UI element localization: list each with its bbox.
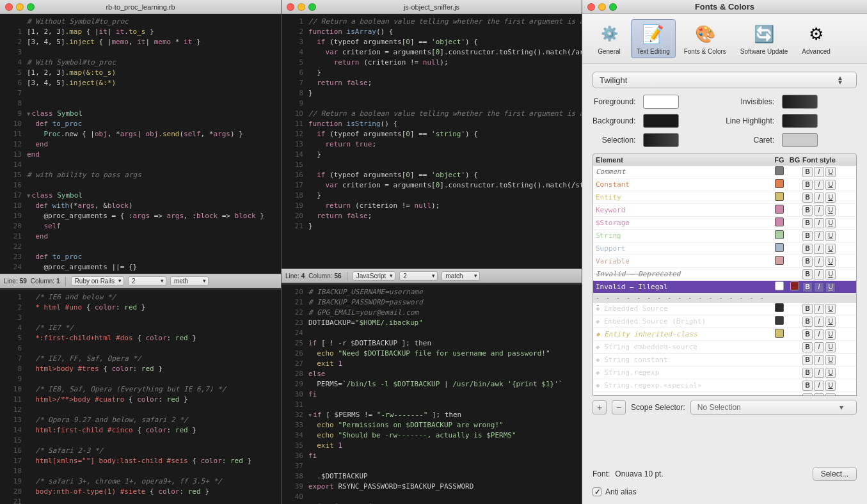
bold-btn-ii[interactable]: B [802, 282, 813, 292]
bold-btn-srs[interactable]: B [802, 381, 813, 391]
elem-bg-invalid-ill[interactable] [787, 281, 802, 292]
italic-btn-sr[interactable]: I [814, 368, 824, 378]
bold-btn-ei[interactable]: B [802, 329, 813, 340]
js-code-area[interactable]: 1// Return a boolean value telling wheth… [282, 14, 582, 269]
shell-code-area[interactable]: 20# IBACKUP_USERNAME=username 21# IBACKU… [282, 285, 582, 504]
bold-btn-id[interactable]: B [802, 269, 813, 280]
fc-close-btn[interactable] [587, 3, 595, 11]
underline-btn-c[interactable]: U [825, 180, 836, 190]
elem-row-str-emb-src[interactable]: ◆ String embedded-source B I U [593, 341, 856, 354]
bold-btn-sr[interactable]: B [802, 368, 813, 378]
italic-btn-sc[interactable]: I [814, 355, 824, 365]
advanced-tool-btn[interactable]: ⚙ Advanced [796, 19, 836, 58]
italic-btn-esb[interactable]: I [814, 317, 824, 327]
fc-minimize-btn[interactable] [598, 3, 606, 11]
underline-btn-sr[interactable]: U [825, 368, 836, 378]
elem-row-storage[interactable]: $Storage B I U [593, 217, 856, 230]
elem-fg-emb-src[interactable] [772, 303, 787, 314]
elem-fg-keyword[interactable] [772, 205, 787, 216]
elem-row-constant[interactable]: Constant B I U [593, 178, 856, 191]
elem-fg-storage[interactable] [772, 217, 787, 228]
theme-dropdown[interactable]: Twilight ▲▼ [593, 72, 857, 88]
bold-btn-s[interactable]: B [802, 218, 813, 228]
bold-btn-sup[interactable]: B [802, 244, 813, 254]
fonts-colors-tool-btn[interactable]: 🎨 Fonts & Colors [678, 19, 732, 58]
italic-btn-ii[interactable]: I [814, 282, 824, 292]
elem-row-keyword[interactable]: Keyword B I U [593, 204, 856, 217]
bold-btn-esb[interactable]: B [802, 317, 813, 327]
italic-btn-ei[interactable]: I [814, 329, 824, 340]
elem-row-entity[interactable]: Entity B I U [593, 191, 856, 204]
italic-btn-c[interactable]: I [814, 180, 824, 190]
line-highlight-swatch[interactable] [782, 114, 818, 128]
underline-btn-sc[interactable]: U [825, 355, 836, 365]
elem-fg-entity[interactable] [772, 192, 787, 203]
elem-row-invalid-deprecated[interactable]: Invalid – Deprecated B I U [593, 268, 856, 281]
software-update-tool-btn[interactable]: 🔄 Software Update [735, 19, 794, 58]
remove-element-btn[interactable]: − [612, 400, 626, 414]
elem-fg-support[interactable] [772, 243, 787, 254]
italic-btn-str[interactable]: I [814, 231, 824, 241]
italic-btn-sup[interactable]: I [814, 244, 824, 254]
text-editing-tool-btn[interactable]: 📝 Text Editing [631, 19, 676, 58]
underline-btn-id[interactable]: U [825, 269, 836, 280]
bold-btn-se[interactable]: B [802, 342, 813, 352]
elem-fg-string[interactable] [772, 230, 787, 241]
underline-btn-srs[interactable]: U [825, 381, 836, 391]
bold-btn-es[interactable]: B [802, 304, 813, 314]
js-lang-dropdown[interactable]: JavaScript [353, 271, 396, 281]
js-tabs-dropdown[interactable]: 2 [399, 271, 438, 281]
minimize-btn[interactable] [16, 3, 24, 11]
fc-zoom-btn[interactable] [609, 3, 617, 11]
elem-row-comment[interactable]: Comment B I U [593, 166, 856, 178]
underline-btn-s[interactable]: U [825, 218, 836, 228]
js-match-dropdown[interactable]: match [441, 271, 480, 281]
elements-table-body[interactable]: Comment B I U Constant B [593, 166, 857, 396]
italic-btn-s[interactable]: I [814, 218, 824, 228]
add-element-btn[interactable]: + [593, 400, 607, 414]
js-close-btn[interactable] [287, 3, 294, 11]
bold-btn-var[interactable]: B [802, 256, 813, 267]
caret-swatch[interactable] [782, 133, 818, 147]
antialias-checkbox[interactable] [593, 487, 601, 496]
underline-btn-var[interactable]: U [825, 256, 836, 267]
bold-btn-str[interactable]: B [802, 231, 813, 241]
ruby-lang-dropdown[interactable]: Ruby on Rails [71, 276, 124, 286]
elem-fg-comment[interactable] [772, 166, 787, 177]
underline-btn-esb[interactable]: U [825, 317, 836, 327]
ruby-tabs-dropdown[interactable]: 2 [128, 276, 166, 286]
underline-btn-es[interactable]: U [825, 304, 836, 314]
italic-btn-var[interactable]: I [814, 256, 824, 267]
scope-selector-dropdown[interactable]: No Selection ▾ [690, 400, 857, 415]
elem-fg-ent-inh[interactable] [772, 329, 787, 340]
italic-btn-id[interactable]: I [814, 269, 824, 280]
elem-fg-emb-src-b[interactable] [772, 316, 787, 327]
js-zoom-btn[interactable] [308, 3, 316, 11]
js-minimize-btn[interactable] [298, 3, 305, 11]
underline-btn-ii[interactable]: U [825, 282, 836, 292]
italic-btn[interactable]: I [814, 167, 824, 177]
underline-btn-str[interactable]: U [825, 231, 836, 241]
select-font-btn[interactable]: Select... [813, 467, 857, 481]
underline-btn-sup[interactable]: U [825, 244, 836, 254]
italic-btn-k[interactable]: I [814, 205, 824, 216]
css-code-area[interactable]: 1 /* IE6 and below */ 2 * html #uno { co… [0, 290, 281, 504]
bold-btn[interactable]: B [802, 167, 813, 177]
elem-fg-constant[interactable] [772, 179, 787, 190]
elem-row-invalid-illegal[interactable]: Invalid – Illegal B I U [593, 281, 856, 294]
underline-btn-e[interactable]: U [825, 193, 836, 203]
general-tool-btn[interactable]: ⚙️ General [590, 19, 628, 58]
italic-btn-srs[interactable]: I [814, 381, 824, 391]
underline-btn-ei[interactable]: U [825, 329, 836, 340]
bold-btn-k[interactable]: B [802, 205, 813, 216]
zoom-btn[interactable] [27, 3, 35, 11]
ruby-code-area[interactable]: # Without Symbol#to_proc 1[1, 2, 3].map … [0, 14, 281, 274]
italic-btn-es[interactable]: I [814, 304, 824, 314]
elem-row-variable[interactable]: Variable B I U [593, 255, 856, 268]
foreground-swatch[interactable] [643, 95, 679, 109]
elem-row-embedded-source-bright[interactable]: ◆ Embedded Source (Bright) B I U [593, 315, 856, 328]
selection-swatch[interactable] [643, 133, 679, 147]
elem-row-string[interactable]: String B I U [593, 230, 856, 242]
elem-row-support[interactable]: Support B I U [593, 242, 856, 255]
ruby-extra-dropdown[interactable]: meth [170, 276, 209, 286]
